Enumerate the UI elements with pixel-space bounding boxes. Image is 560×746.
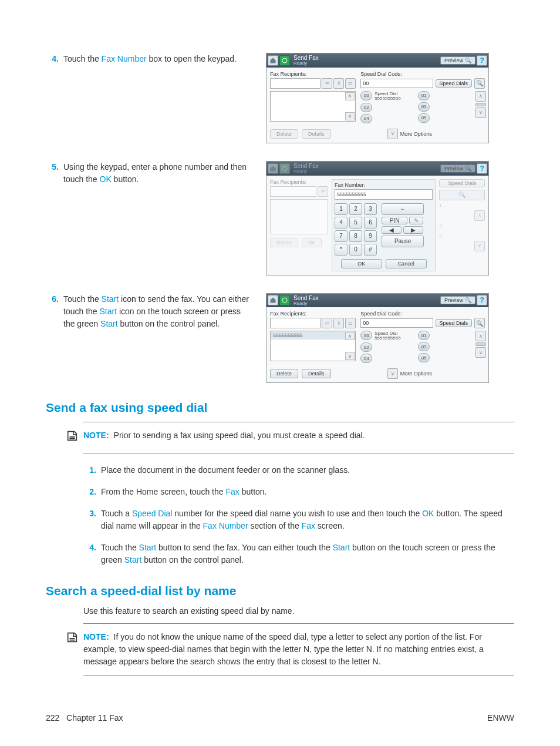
more-dropdown-icon[interactable]: ∨ xyxy=(387,368,398,379)
preview-button[interactable]: Preview🔍 xyxy=(440,296,475,304)
speed-dial-02[interactable]: 02 xyxy=(360,103,372,112)
back-arrow-icon: ⇦ xyxy=(318,186,328,197)
keypad-hash[interactable]: # xyxy=(364,244,377,256)
scroll-up-icon[interactable]: ∧ xyxy=(345,92,355,100)
home-icon[interactable] xyxy=(268,295,278,305)
step-number: 2. xyxy=(83,486,101,498)
keypad-0[interactable]: 0 xyxy=(349,244,362,256)
back-arrow-icon[interactable]: ⇦ xyxy=(322,78,332,89)
preview-button[interactable]: Preview🔍 xyxy=(440,56,475,65)
sd-scroll-down-icon[interactable]: ∨ xyxy=(475,107,486,118)
help-icon[interactable]: ? xyxy=(477,295,487,305)
speed-dial-03[interactable]: 03 xyxy=(418,342,430,351)
keypad-6[interactable]: 6 xyxy=(364,217,377,228)
backspace-button[interactable]: ← xyxy=(382,203,424,215)
more-options-label: More Options xyxy=(400,131,432,137)
speed-dial-04[interactable]: 04 xyxy=(360,354,372,363)
start-icon[interactable] xyxy=(279,55,290,66)
step-text: Touch the Fax Number box to open the key… xyxy=(63,53,254,65)
ok-button[interactable]: OK xyxy=(341,259,382,268)
sd-scroll-up-icon[interactable]: ∧ xyxy=(475,331,486,341)
speed-dial-01[interactable]: 01 xyxy=(418,331,430,340)
delete-button[interactable]: Delete xyxy=(270,129,298,139)
more-dropdown-icon[interactable]: ∨ xyxy=(387,129,398,139)
start-icon xyxy=(279,163,290,174)
keypad-2[interactable]: 2 xyxy=(349,203,362,215)
search-icon[interactable]: 🔍 xyxy=(474,78,485,89)
svg-point-0 xyxy=(282,58,287,63)
scroll-up-icon[interactable]: ∧ xyxy=(345,332,355,340)
home-icon[interactable] xyxy=(268,55,278,66)
keypad-5[interactable]: 5 xyxy=(349,217,362,228)
heading-search-speed-dial: Search a speed-dial list by name xyxy=(46,584,514,598)
edit-icon[interactable]: ✎ xyxy=(409,217,423,224)
more-options-label: More Options xyxy=(400,371,432,377)
screenshot-keypad: Send FaxReady Preview🔍 ? Fax Recipients:… xyxy=(266,161,489,275)
add-recipient-icon[interactable]: ⇩ xyxy=(333,318,344,328)
note-icon xyxy=(66,631,83,668)
speed-dial-05[interactable]: 05 xyxy=(418,353,430,362)
step-number: 3. xyxy=(83,508,101,520)
fax-number-input[interactable]: 5555555555 xyxy=(335,189,433,200)
speed-dials-button[interactable]: Speed Dials xyxy=(436,79,473,88)
sd-scroll-up-icon[interactable]: ∧ xyxy=(475,91,486,102)
cancel-button[interactable]: Cancel xyxy=(386,259,427,268)
note-text: NOTE:If you do not know the unique name … xyxy=(83,631,514,668)
recipient-list[interactable]: ∧ ∨ xyxy=(270,91,356,122)
speed-dials-button: Speed Dials xyxy=(439,179,485,187)
scroll-down-icon[interactable]: ∨ xyxy=(345,352,355,360)
left-arrow-button[interactable]: ◀ xyxy=(382,226,402,234)
keypad-9[interactable]: 9 xyxy=(364,230,377,242)
list-item[interactable]: 5555555555 xyxy=(271,331,355,340)
add-recipient-icon[interactable]: ⇩ xyxy=(333,78,344,89)
address-book-icon[interactable]: ▭ xyxy=(345,78,356,89)
recipient-list[interactable]: 5555555555 ∧ ∨ xyxy=(270,331,356,361)
speed-dial-00[interactable]: 00 xyxy=(360,331,372,340)
step-number: 6. xyxy=(46,293,63,305)
keypad-8[interactable]: 8 xyxy=(349,230,362,242)
help-icon[interactable]: ? xyxy=(477,163,487,174)
ok-link: OK xyxy=(100,174,112,184)
address-book-icon[interactable]: ▭ xyxy=(345,318,356,328)
speed-dial-code-input[interactable]: 00 xyxy=(360,79,433,88)
note-text: NOTE:Prior to sending a fax using speed … xyxy=(83,429,365,446)
scroll-down-icon[interactable]: ∨ xyxy=(345,112,355,120)
footer-right: ENWW xyxy=(487,713,514,723)
start-link: Start xyxy=(102,294,119,304)
back-arrow-icon[interactable]: ⇦ xyxy=(322,318,332,328)
fax-recipient-input[interactable] xyxy=(270,78,321,89)
keypad-3[interactable]: 3 xyxy=(364,203,377,215)
search-icon[interactable]: 🔍 xyxy=(474,318,485,328)
svg-point-2 xyxy=(282,298,287,303)
speed-dial-05[interactable]: 05 xyxy=(418,113,430,123)
sd-scroll-mid-icon xyxy=(475,103,486,106)
details-button[interactable]: Details xyxy=(302,129,331,139)
sd-scroll-down-icon[interactable]: ∨ xyxy=(475,347,486,358)
delete-button[interactable]: Delete xyxy=(270,369,298,378)
help-icon[interactable]: ? xyxy=(477,55,487,66)
pin-button[interactable]: PIN xyxy=(382,217,407,224)
keypad-4[interactable]: 4 xyxy=(335,217,348,228)
fax-recipient-input[interactable] xyxy=(270,318,321,328)
details-button[interactable]: Details xyxy=(302,369,331,378)
paragraph: Use this feature to search an existing s… xyxy=(83,605,514,617)
start-icon[interactable] xyxy=(279,295,290,305)
divider xyxy=(83,675,514,676)
svg-point-1 xyxy=(282,166,287,171)
right-arrow-button[interactable]: ▶ xyxy=(403,226,423,234)
speed-dial-00[interactable]: 00 xyxy=(360,91,372,100)
speed-dial-04[interactable]: 04 xyxy=(360,114,372,123)
speed-dial-01[interactable]: 01 xyxy=(418,91,430,100)
keypad-star[interactable]: * xyxy=(335,244,348,256)
keypad-7[interactable]: 7 xyxy=(335,230,348,242)
start-link: Start xyxy=(139,543,157,552)
speed-dial-code-input[interactable]: 00 xyxy=(360,318,433,328)
speed-dial-02[interactable]: 02 xyxy=(360,342,372,352)
keypad-1[interactable]: 1 xyxy=(335,203,348,215)
speed-dial-03[interactable]: 03 xyxy=(418,102,430,112)
sd-scroll-mid-icon xyxy=(475,342,486,346)
speed-dials-button[interactable]: Speed Dials xyxy=(436,319,473,327)
search-icon: 🔍 xyxy=(439,190,485,200)
pause-button[interactable]: Pause xyxy=(382,236,424,247)
magnify-icon: 🔍 xyxy=(465,297,471,303)
